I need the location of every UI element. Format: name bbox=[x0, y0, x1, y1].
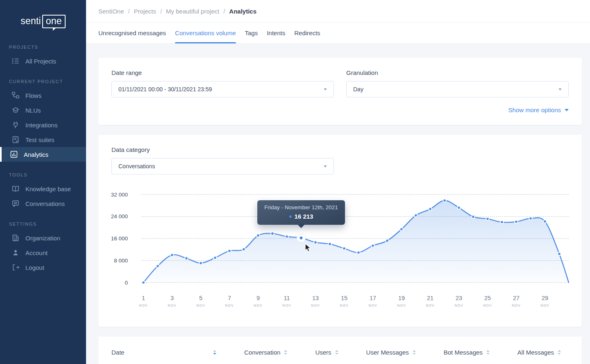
data-point bbox=[185, 257, 188, 260]
topbar: SentiOne/Projects/My beautiful project/A… bbox=[86, 0, 590, 23]
sidebar-section-settings: SETTINGS bbox=[0, 211, 86, 231]
data-point bbox=[515, 220, 518, 224]
building-icon bbox=[12, 234, 19, 242]
sidebar-item-knowledge-base[interactable]: Knowledge base bbox=[0, 181, 86, 196]
data-point bbox=[500, 221, 504, 224]
sort-arrows-icon[interactable] bbox=[486, 350, 490, 355]
data-category-field: Data category Conversations bbox=[111, 146, 334, 174]
sidebar-item-conversations[interactable]: Conversations bbox=[0, 196, 86, 211]
logo-text-senti: senti bbox=[20, 16, 41, 26]
date-range-label: Date range bbox=[111, 69, 334, 76]
breadcrumb-item-analytics: Analytics bbox=[229, 8, 256, 15]
conversations-volume-chart[interactable]: 08 00016 00024 00032 0001NOV3NOV5NOV7NOV… bbox=[111, 188, 569, 315]
sidebar-item-label: Analytics bbox=[24, 151, 48, 158]
x-tick-day: 25 bbox=[484, 295, 491, 301]
sidebar-item-organization[interactable]: Organization bbox=[0, 231, 86, 245]
sidebar-item-test-suites[interactable]: Test suites bbox=[0, 132, 86, 147]
breadcrumb: SentiOne/Projects/My beautiful project/A… bbox=[98, 8, 256, 15]
sidebar-item-nlus[interactable]: NLUs bbox=[0, 103, 86, 118]
data-point bbox=[400, 228, 403, 231]
tab-unrecognised-messages[interactable]: Unrecognised messages bbox=[98, 23, 166, 43]
breadcrumb-item-projects[interactable]: Projects bbox=[134, 8, 156, 15]
sort-arrows-icon[interactable] bbox=[284, 350, 287, 355]
data-point bbox=[386, 239, 389, 242]
sidebar-item-label: Logout bbox=[25, 264, 44, 271]
x-tick-month: NOV bbox=[311, 303, 320, 307]
sidebar-section-current-project: CURRENT PROJECT bbox=[0, 68, 86, 88]
sort-arrows-icon[interactable] bbox=[413, 350, 416, 355]
sidebar-item-account[interactable]: Account bbox=[0, 245, 86, 260]
column-label: Users bbox=[315, 349, 331, 356]
data-point bbox=[314, 241, 317, 244]
data-category-select[interactable]: Conversations bbox=[111, 158, 334, 174]
x-tick-month: NOV bbox=[168, 303, 176, 307]
data-point bbox=[558, 252, 561, 255]
area-fill bbox=[143, 201, 569, 283]
data-point bbox=[357, 251, 360, 254]
sort-arrows-icon[interactable] bbox=[213, 350, 216, 355]
tab-tags[interactable]: Tags bbox=[245, 23, 258, 43]
tooltip-date: Friday - November 12th, 2021 bbox=[261, 204, 341, 210]
tooltip-value: 16 213 bbox=[295, 213, 313, 220]
column-header-bot-messages[interactable]: Bot Messages bbox=[444, 349, 490, 356]
plug-icon bbox=[12, 121, 19, 129]
column-header-user-messages[interactable]: User Messages bbox=[366, 349, 416, 356]
data-point bbox=[228, 249, 231, 253]
breadcrumb-separator: / bbox=[223, 8, 225, 15]
main-area: SentiOne/Projects/My beautiful project/A… bbox=[86, 0, 590, 364]
sort-arrows-icon[interactable] bbox=[558, 350, 561, 355]
y-tick-label: 16 000 bbox=[111, 235, 128, 242]
x-tick-day: 7 bbox=[228, 295, 231, 301]
sidebar-item-logout[interactable]: Logout bbox=[0, 260, 86, 275]
data-point bbox=[213, 256, 217, 260]
list-icon bbox=[12, 57, 19, 65]
breadcrumb-item-my-beautiful-project[interactable]: My beautiful project bbox=[166, 8, 219, 15]
sidebar-item-label: Organization bbox=[25, 235, 60, 242]
sidebar-item-flows[interactable]: Flows bbox=[0, 88, 86, 103]
data-point bbox=[242, 248, 245, 251]
highlighted-point bbox=[300, 237, 302, 240]
tab-redirects[interactable]: Redirects bbox=[294, 23, 320, 43]
tab-intents[interactable]: Intents bbox=[267, 23, 285, 43]
tab-bar: Unrecognised messagesConversations volum… bbox=[86, 23, 590, 44]
table-header-row: DateConversationUsersUser MessagesBot Me… bbox=[111, 349, 569, 356]
sidebar-item-analytics[interactable]: Analytics bbox=[0, 147, 86, 162]
bar-chart-icon bbox=[10, 151, 18, 158]
sort-arrows-icon[interactable] bbox=[335, 350, 338, 355]
granulation-select[interactable]: Day bbox=[346, 81, 569, 97]
data-point bbox=[271, 232, 274, 235]
column-label: User Messages bbox=[366, 349, 409, 356]
column-header-date[interactable]: Date bbox=[111, 349, 216, 356]
data-point bbox=[472, 215, 475, 219]
x-tick-month: NOV bbox=[426, 303, 434, 307]
x-tick-month: NOV bbox=[225, 303, 234, 307]
breadcrumb-item-sentione[interactable]: SentiOne bbox=[98, 8, 124, 15]
granulation-field: Granulation Day bbox=[346, 69, 569, 97]
chevron-down-icon bbox=[324, 88, 327, 90]
data-category-label: Data category bbox=[111, 146, 334, 153]
date-range-select[interactable]: 01/11/2021 00:00 - 30/11/2021 23:59 bbox=[111, 81, 334, 97]
data-point bbox=[170, 253, 174, 257]
data-point bbox=[343, 247, 346, 250]
data-point bbox=[486, 217, 489, 221]
data-point bbox=[529, 217, 532, 220]
data-point bbox=[429, 208, 432, 211]
x-tick-day: 5 bbox=[199, 295, 202, 301]
sidebar-item-integrations[interactable]: Integrations bbox=[0, 118, 86, 132]
triangle-down-icon bbox=[565, 109, 569, 111]
column-header-users[interactable]: Users bbox=[315, 349, 338, 356]
date-range-value: 01/11/2021 00:00 - 30/11/2021 23:59 bbox=[118, 86, 212, 93]
x-tick-month: NOV bbox=[512, 303, 520, 307]
tab-conversations-volume[interactable]: Conversations volume bbox=[175, 23, 236, 43]
column-header-conversation[interactable]: Conversation bbox=[244, 349, 287, 356]
results-table-card: DateConversationUsersUser MessagesBot Me… bbox=[98, 337, 582, 364]
show-more-options-link[interactable]: Show more options bbox=[111, 106, 569, 113]
column-header-all-messages[interactable]: All Messages bbox=[517, 349, 561, 356]
x-tick-day: 23 bbox=[456, 295, 462, 301]
sidebar-item-all-projects[interactable]: All Projects bbox=[0, 54, 86, 68]
chart-card: Data category Conversations 08 00016 000… bbox=[98, 135, 582, 327]
chat-bubble-icon bbox=[12, 200, 19, 207]
column-label: Bot Messages bbox=[444, 349, 483, 356]
breadcrumb-separator: / bbox=[160, 8, 162, 15]
date-range-field: Date range 01/11/2021 00:00 - 30/11/2021… bbox=[111, 69, 334, 97]
